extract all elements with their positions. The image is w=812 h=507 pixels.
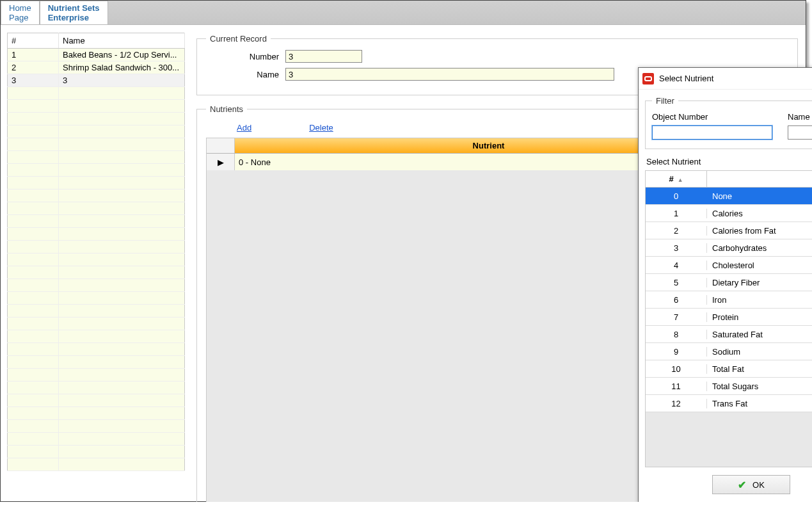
- table-row-empty: [8, 407, 185, 420]
- dialog-titlebar[interactable]: Select Nutrient ― ▢ ✕: [639, 68, 812, 90]
- col-header-name[interactable]: Name: [707, 171, 812, 187]
- table-row-empty: [8, 382, 185, 394]
- oracle-icon: [642, 73, 654, 84]
- list-item[interactable]: 6Iron: [646, 291, 812, 309]
- table-row-empty: [8, 318, 185, 330]
- table-row-empty: [8, 100, 185, 113]
- list-item[interactable]: 5Dietary Fiber: [646, 274, 812, 291]
- name-input[interactable]: [285, 68, 614, 81]
- table-row-empty: [8, 266, 185, 279]
- table-row-empty: [8, 433, 185, 446]
- table-row-empty: [8, 305, 185, 318]
- table-row-empty: [8, 164, 185, 177]
- name-label: Name: [206, 70, 279, 79]
- row-indicator-icon: ▶: [207, 154, 235, 170]
- table-row-empty: [8, 343, 185, 356]
- delete-link[interactable]: Delete: [309, 123, 333, 133]
- list-item[interactable]: 10Total Fat: [646, 360, 812, 378]
- list-item[interactable]: 4Cholesterol: [646, 257, 812, 274]
- table-row-empty: [8, 394, 185, 407]
- table-row-empty: [8, 241, 185, 254]
- filter-group: Filter Object Number Name: [645, 96, 812, 149]
- list-item[interactable]: 7Protein: [646, 309, 812, 326]
- list-item[interactable]: 8Saturated Fat: [646, 326, 812, 343]
- table-row-empty: [8, 177, 185, 189]
- list-item[interactable]: 12Trans Fat: [646, 395, 812, 412]
- table-row-empty: [8, 87, 185, 100]
- dialog-title: Select Nutrient: [659, 74, 812, 83]
- list-item[interactable]: 0None: [646, 188, 812, 205]
- ok-button[interactable]: ✔ OK: [712, 475, 790, 494]
- nutrient-set-list[interactable]: # Name 1Baked Beans - 1/2 Cup Servi...2S…: [7, 33, 185, 471]
- object-number-input[interactable]: [652, 125, 772, 140]
- col-header-index[interactable]: #: [8, 33, 59, 49]
- table-row-empty: [8, 446, 185, 458]
- table-row-empty: [8, 189, 185, 202]
- table-row[interactable]: 33: [8, 74, 185, 87]
- table-row-empty: [8, 279, 185, 292]
- filter-name-label: Name: [788, 112, 812, 122]
- table-row-empty: [8, 125, 185, 138]
- table-row-empty: [8, 202, 185, 215]
- table-row-empty: [8, 356, 185, 369]
- table-row-empty: [8, 138, 185, 151]
- table-row-empty: [8, 458, 185, 471]
- list-item[interactable]: 11Total Sugars: [646, 378, 812, 395]
- filter-legend: Filter: [652, 96, 678, 106]
- table-row-empty: [8, 113, 185, 125]
- grid-cell-nutrient[interactable]: 0 - None: [239, 157, 271, 167]
- nutrients-legend: Nutrients: [206, 104, 247, 114]
- left-panel: # Name 1Baked Beans - 1/2 Cup Servi...2S…: [1, 25, 191, 501]
- tab-nutrient-sets-enterprise[interactable]: Nutrient Sets Enterprise: [40, 1, 108, 24]
- table-row-empty: [8, 420, 185, 433]
- object-number-label: Object Number: [652, 112, 772, 122]
- list-item[interactable]: 2Calories from Fat: [646, 222, 812, 239]
- table-row-empty: [8, 369, 185, 382]
- list-item[interactable]: 1Calories: [646, 205, 812, 222]
- table-row-empty: [8, 330, 185, 343]
- ok-label: OK: [752, 480, 765, 490]
- col-header-name[interactable]: Name: [59, 33, 185, 49]
- app-window: Home Page Nutrient Sets Enterprise # Nam…: [0, 0, 806, 502]
- sort-asc-icon: ▲: [678, 177, 683, 183]
- select-nutrient-label: Select Nutrient: [646, 157, 812, 166]
- content-area: # Name 1Baked Beans - 1/2 Cup Servi...2S…: [1, 25, 806, 501]
- table-row-empty: [8, 151, 185, 164]
- table-row-empty: [8, 292, 185, 305]
- table-row-empty: [8, 228, 185, 241]
- list-item[interactable]: 3Carbohydrates: [646, 239, 812, 257]
- number-label: Number: [206, 52, 279, 61]
- check-icon: ✔: [738, 479, 746, 491]
- table-row[interactable]: 1Baked Beans - 1/2 Cup Servi...: [8, 49, 185, 61]
- tab-strip: Home Page Nutrient Sets Enterprise: [1, 1, 806, 25]
- list-item[interactable]: 9Sodium: [646, 343, 812, 360]
- select-nutrient-dialog: Select Nutrient ― ▢ ✕ Filter Object Numb…: [638, 67, 812, 502]
- current-record-legend: Current Record: [206, 34, 271, 44]
- main-panel: Current Record Number Name Nutrients Add…: [191, 25, 806, 501]
- number-input[interactable]: [285, 50, 362, 63]
- grid-row-selector-header: [207, 138, 235, 153]
- col-header-number[interactable]: #▲: [646, 171, 707, 187]
- add-link[interactable]: Add: [237, 123, 251, 133]
- table-row-empty: [8, 254, 185, 266]
- filter-name-input[interactable]: [788, 125, 812, 140]
- table-row[interactable]: 2Shrimp Salad Sandwich - 300...: [8, 61, 185, 74]
- tab-home-page[interactable]: Home Page: [1, 1, 40, 24]
- nutrient-select-table: #▲ Name 0None1Calories2Calories from Fat…: [645, 170, 812, 467]
- table-row-empty: [8, 215, 185, 228]
